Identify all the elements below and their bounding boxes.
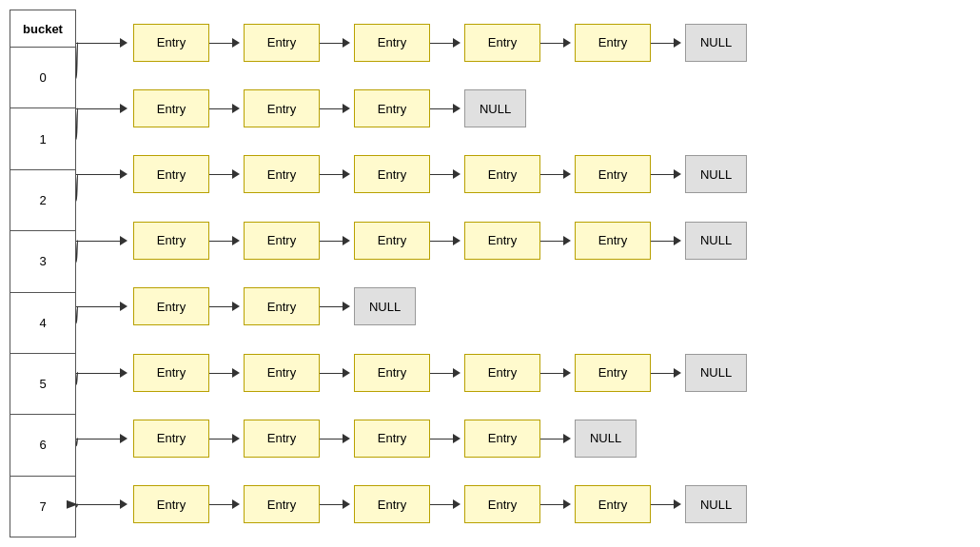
hash-table-diagram: bucket 0 1 2 3 4 5 6 7 EntryEntryEntryEn… <box>0 0 980 547</box>
entry-box-1-1: Entry <box>244 89 320 127</box>
entry-box-4-0: Entry <box>133 287 209 325</box>
entry-box-3-4: Entry <box>575 222 651 260</box>
entry-box-0-3: Entry <box>464 24 540 62</box>
chain-row-7: EntryEntryEntryEntryEntryNULL <box>76 472 970 537</box>
bucket-cell-1: 1 <box>10 108 76 169</box>
null-box-3: NULL <box>685 222 747 260</box>
chain-row-4: EntryEntryNULL <box>76 274 970 340</box>
entry-box-2-1: Entry <box>244 155 320 193</box>
entry-box-2-2: Entry <box>354 155 430 193</box>
entry-box-3-0: Entry <box>133 222 209 260</box>
chains-area: EntryEntryEntryEntryEntryNULLEntryEntryE… <box>76 10 970 537</box>
chain-row-1: EntryEntryEntryNULL <box>76 75 970 141</box>
chain-row-2: EntryEntryEntryEntryEntryNULL <box>76 142 970 207</box>
entry-box-2-3: Entry <box>464 155 540 193</box>
entry-box-7-1: Entry <box>244 485 320 523</box>
entry-box-5-1: Entry <box>244 354 320 392</box>
entry-box-1-0: Entry <box>133 89 209 127</box>
chain-row-0: EntryEntryEntryEntryEntryNULL <box>76 10 970 75</box>
entry-box-0-0: Entry <box>133 24 209 62</box>
entry-box-5-2: Entry <box>354 354 430 392</box>
entry-box-0-2: Entry <box>354 24 430 62</box>
entry-box-7-3: Entry <box>464 485 540 523</box>
entry-box-4-1: Entry <box>244 287 320 325</box>
entry-box-0-4: Entry <box>575 24 651 62</box>
bucket-cell-5: 5 <box>10 354 76 415</box>
null-box-2: NULL <box>685 155 747 193</box>
entry-box-2-4: Entry <box>575 155 651 193</box>
null-box-5: NULL <box>685 354 747 392</box>
entry-box-3-2: Entry <box>354 222 430 260</box>
bucket-column: bucket 0 1 2 3 4 5 6 7 <box>10 10 76 537</box>
entry-box-5-3: Entry <box>464 354 540 392</box>
entry-box-7-4: Entry <box>575 485 651 523</box>
null-box-0: NULL <box>685 24 747 62</box>
null-box-6: NULL <box>575 420 637 458</box>
bucket-cell-7: 7 <box>10 477 76 537</box>
bucket-header: bucket <box>10 10 76 48</box>
chain-row-3: EntryEntryEntryEntryEntryNULL <box>76 207 970 273</box>
entry-box-1-2: Entry <box>354 89 430 127</box>
entry-box-6-1: Entry <box>244 420 320 458</box>
entry-box-6-0: Entry <box>133 420 209 458</box>
entry-box-3-1: Entry <box>244 222 320 260</box>
entry-box-7-0: Entry <box>133 485 209 523</box>
bucket-cell-4: 4 <box>10 293 76 354</box>
entry-box-7-2: Entry <box>354 485 430 523</box>
entry-box-3-3: Entry <box>464 222 540 260</box>
entry-box-5-4: Entry <box>575 354 651 392</box>
null-box-1: NULL <box>464 89 526 127</box>
null-box-4: NULL <box>354 287 416 325</box>
entry-box-0-1: Entry <box>244 24 320 62</box>
chain-row-5: EntryEntryEntryEntryEntryNULL <box>76 340 970 405</box>
entry-box-6-3: Entry <box>464 420 540 458</box>
entry-box-5-0: Entry <box>133 354 209 392</box>
bucket-cell-0: 0 <box>10 48 76 108</box>
bucket-cell-3: 3 <box>10 231 76 292</box>
bucket-cell-2: 2 <box>10 170 76 231</box>
bucket-cell-6: 6 <box>10 415 76 476</box>
null-box-7: NULL <box>685 485 747 523</box>
entry-box-6-2: Entry <box>354 420 430 458</box>
entry-box-2-0: Entry <box>133 155 209 193</box>
chain-row-6: EntryEntryEntryEntryNULL <box>76 405 970 471</box>
